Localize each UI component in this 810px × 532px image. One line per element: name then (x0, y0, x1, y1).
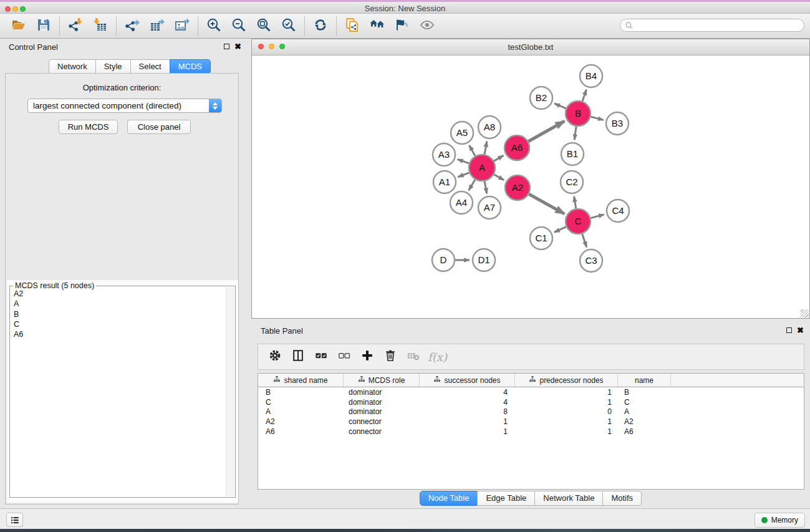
table-float-panel-icon[interactable] (786, 327, 792, 333)
table-row[interactable]: Adominator80A (258, 407, 804, 417)
delete-button[interactable] (378, 346, 402, 367)
graph-edge-A-A1[interactable] (458, 173, 469, 177)
network-canvas[interactable]: AA6A2BCA5A8A3A1A4A7B2B4B3B1C2C4C1C3DD1 (252, 56, 809, 318)
save-session-button[interactable] (31, 16, 56, 36)
open-session-button[interactable] (6, 16, 31, 36)
run-mcds-button[interactable]: Run MCDS (59, 120, 118, 134)
table-row[interactable]: Cdominator41C (258, 397, 804, 407)
graph-edge-A6-B[interactable] (528, 121, 564, 141)
graph-node-B4[interactable]: B4 (580, 65, 602, 87)
graph-node-A1[interactable]: A1 (433, 171, 456, 193)
table-row[interactable]: Bdominator41B (258, 387, 804, 397)
close-panel-button[interactable]: Close panel (127, 120, 191, 134)
graph-node-B[interactable]: B (566, 101, 591, 126)
home-button[interactable] (365, 16, 390, 36)
graph-node-D1[interactable]: D1 (473, 249, 495, 271)
graph-edge-C-C4[interactable] (591, 215, 604, 218)
gear-button[interactable] (263, 346, 286, 367)
graph-node-A3[interactable]: A3 (433, 143, 455, 166)
import-table-button[interactable] (88, 16, 113, 36)
graph-node-C4[interactable]: C4 (607, 200, 629, 222)
tab-network[interactable]: Network (49, 59, 96, 74)
column-header-MCDS-role[interactable]: MCDS role (344, 374, 420, 387)
delete-column-button[interactable] (402, 346, 425, 367)
tab-network-table[interactable]: Network Table (534, 491, 603, 506)
graph-node-B2[interactable]: B2 (530, 87, 552, 109)
graph-edge-C-C1[interactable] (554, 227, 566, 233)
graph-node-A2[interactable]: A2 (505, 175, 530, 200)
graph-edge-B-B2[interactable] (554, 104, 566, 109)
table-row[interactable]: A6connector11A6 (258, 427, 804, 437)
graph-edge-A-A8[interactable] (485, 142, 487, 155)
mcds-list-scrollbar[interactable] (226, 287, 234, 496)
graph-edge-A-A3[interactable] (458, 159, 469, 163)
graph-edge-B-B3[interactable] (591, 117, 603, 120)
optimization-criterion-select[interactable]: largest connected component (directed) (27, 99, 222, 113)
show-hide-details-button[interactable] (390, 16, 415, 36)
tab-node-table[interactable]: Node Table (420, 491, 478, 506)
mcds-result-item[interactable]: A2 (11, 289, 226, 299)
function-builder-button[interactable]: f(x) (425, 346, 448, 367)
graph-node-A8[interactable]: A8 (478, 116, 501, 138)
graph-node-A4[interactable]: A4 (450, 191, 473, 214)
mcds-result-item[interactable]: A6 (11, 329, 226, 339)
export-network-button[interactable] (120, 16, 145, 36)
close-panel-icon[interactable]: ✖ (234, 42, 241, 51)
import-network-button[interactable] (63, 16, 88, 36)
mcds-result-item[interactable]: B (11, 309, 226, 319)
columns-button[interactable] (286, 346, 309, 367)
tab-motifs[interactable]: Motifs (602, 491, 642, 506)
add-button[interactable] (355, 346, 378, 367)
graph-node-A[interactable]: A (469, 155, 495, 181)
column-header-shared-name[interactable]: shared name (258, 374, 344, 387)
apply-layout-button[interactable] (308, 16, 333, 36)
graph-node-C1[interactable]: C1 (530, 227, 552, 249)
network-window-titlebar[interactable]: testGlobe.txt (252, 39, 809, 56)
export-image-button[interactable] (170, 16, 195, 36)
column-header-successor-nodes[interactable]: successor nodes (420, 374, 515, 387)
graph-edge-A2-C[interactable] (529, 194, 564, 214)
graph-edge-C-C2[interactable] (574, 196, 576, 209)
task-history-button[interactable] (6, 513, 23, 527)
tab-mcds[interactable]: MCDS (170, 59, 211, 74)
tab-style[interactable]: Style (95, 59, 131, 74)
table-close-panel-icon[interactable]: ✖ (797, 326, 804, 335)
memory-button[interactable]: Memory (755, 513, 805, 528)
graph-node-D[interactable]: D (432, 249, 455, 271)
graph-node-B1[interactable]: B1 (561, 143, 584, 165)
graph-edge-A-A2[interactable] (494, 175, 504, 180)
export-table-button[interactable] (145, 16, 170, 36)
column-header-predecessor-nodes[interactable]: predecessor nodes (515, 374, 618, 387)
search-box[interactable] (620, 19, 804, 32)
mcds-result-item[interactable]: A (11, 299, 226, 309)
graph-edge-B-B4[interactable] (582, 90, 586, 101)
zoom-out-button[interactable] (226, 16, 251, 36)
graph-node-C[interactable]: C (566, 209, 591, 234)
graph-node-A5[interactable]: A5 (451, 122, 473, 144)
float-panel-icon[interactable] (224, 44, 229, 49)
zoom-in-button[interactable] (201, 16, 226, 36)
graph-edge-A-A4[interactable] (469, 180, 475, 190)
column-header-name[interactable]: name (618, 374, 671, 387)
tab-edge-table[interactable]: Edge Table (477, 491, 535, 506)
select-all-button[interactable] (309, 346, 332, 367)
window-resize-grip[interactable] (801, 309, 809, 317)
deselect-all-button[interactable] (332, 346, 355, 367)
zoom-fit-button[interactable] (251, 16, 276, 36)
mcds-result-list[interactable]: A2ABCA6 (11, 289, 226, 496)
table-row[interactable]: A2connector11A2 (258, 417, 804, 427)
graph-edge-C-C3[interactable] (582, 234, 587, 247)
graph-node-C3[interactable]: C3 (580, 249, 602, 272)
graph-node-C2[interactable]: C2 (561, 171, 583, 193)
graph-edge-B-B1[interactable] (574, 127, 576, 140)
graph-edge-A-A6[interactable] (494, 155, 503, 161)
graph-edge-A-A5[interactable] (469, 145, 475, 156)
graph-edge-A-A7[interactable] (485, 181, 487, 194)
tab-select[interactable]: Select (130, 59, 170, 74)
search-input[interactable] (634, 20, 804, 31)
mcds-result-item[interactable]: C (11, 319, 226, 329)
graph-node-B3[interactable]: B3 (606, 112, 629, 135)
graph-node-A7[interactable]: A7 (478, 196, 501, 219)
graph-node-A6[interactable]: A6 (504, 135, 529, 160)
zoom-selected-button[interactable] (276, 16, 301, 36)
